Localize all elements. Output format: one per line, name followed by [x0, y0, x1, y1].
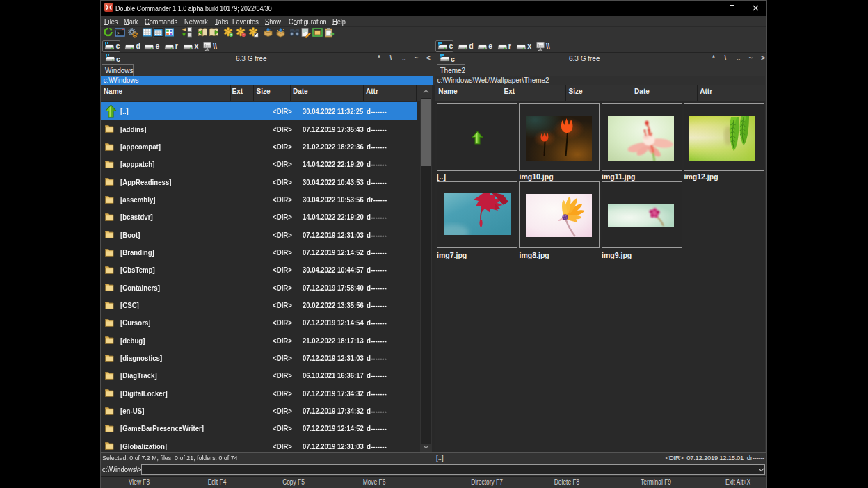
svg-text:>_: >_	[117, 31, 123, 36]
